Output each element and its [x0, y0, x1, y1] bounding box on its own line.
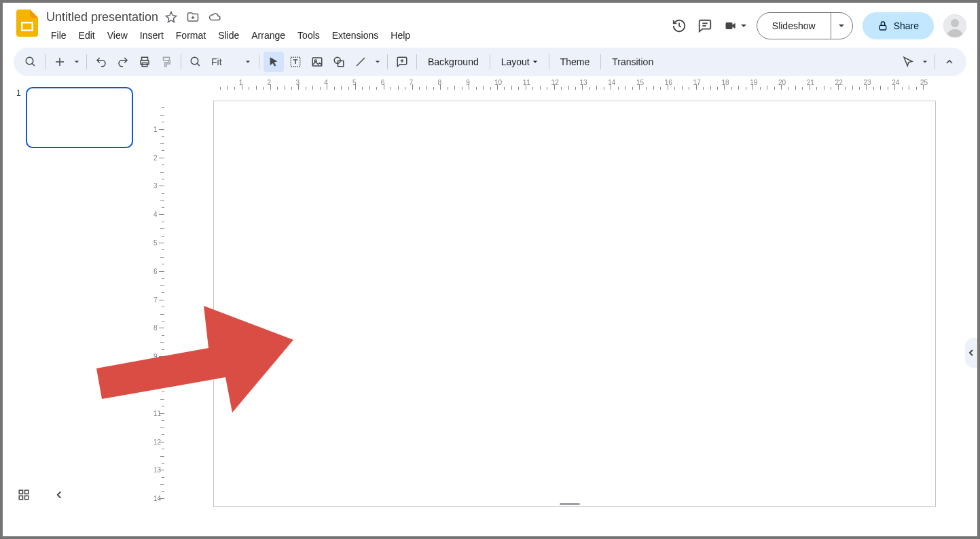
background-button[interactable]: Background: [421, 52, 486, 72]
menu-bar: FileEditViewInsertFormatSlideArrangeTool…: [46, 27, 671, 44]
pointer-mode-icon[interactable]: [898, 52, 918, 72]
vertical-ruler[interactable]: 1234567891011121314: [153, 91, 166, 505]
video-call-button[interactable]: [723, 19, 747, 33]
slideshow-button-group: Slideshow: [757, 12, 853, 39]
slides-logo[interactable]: [14, 8, 41, 35]
line-tool[interactable]: [350, 52, 371, 72]
svg-rect-26: [25, 490, 29, 493]
menu-view[interactable]: View: [103, 27, 132, 44]
shape-tool[interactable]: [329, 52, 349, 72]
undo-button[interactable]: [91, 52, 111, 72]
comment-tool[interactable]: [392, 52, 412, 72]
svg-rect-4: [879, 25, 886, 30]
slide-thumbnail[interactable]: [26, 87, 133, 148]
lock-icon: [877, 20, 888, 31]
slideshow-dropdown[interactable]: [831, 13, 852, 39]
slide-canvas[interactable]: [213, 101, 936, 507]
menu-edit[interactable]: Edit: [74, 27, 100, 44]
svg-line-9: [32, 63, 35, 66]
svg-rect-28: [25, 496, 29, 500]
expand-side-panel-icon[interactable]: [965, 338, 977, 368]
menu-tools[interactable]: Tools: [293, 27, 325, 44]
editor-area: 1234567891011121314151617181920212223242…: [145, 76, 977, 509]
menu-arrange[interactable]: Arrange: [247, 27, 290, 44]
cloud-status-icon[interactable]: [208, 11, 221, 23]
svg-rect-21: [338, 61, 344, 67]
account-avatar[interactable]: [943, 14, 966, 37]
menu-slide[interactable]: Slide: [213, 27, 244, 44]
share-button[interactable]: Share: [863, 12, 934, 39]
theme-button[interactable]: Theme: [553, 52, 597, 72]
layout-button[interactable]: Layout: [494, 52, 545, 72]
menu-insert[interactable]: Insert: [135, 27, 168, 44]
star-icon[interactable]: [165, 11, 177, 23]
redo-button[interactable]: [113, 52, 133, 72]
svg-rect-1: [23, 24, 32, 30]
grid-view-icon[interactable]: [18, 489, 30, 501]
horizontal-ruler[interactable]: 1234567891011121314151617181920212223242…: [166, 79, 973, 91]
zoom-tool-icon[interactable]: [185, 52, 206, 72]
zoom-select[interactable]: Fit: [207, 56, 255, 67]
search-menus-icon[interactable]: [20, 52, 41, 72]
svg-rect-18: [312, 58, 322, 66]
textbox-tool[interactable]: [285, 52, 306, 72]
menu-file[interactable]: File: [46, 27, 71, 44]
select-tool[interactable]: [264, 52, 284, 72]
move-icon[interactable]: [187, 11, 199, 23]
paint-format-button[interactable]: [156, 52, 177, 72]
line-tool-dropdown[interactable]: [372, 52, 383, 72]
menu-help[interactable]: Help: [386, 27, 415, 44]
collapse-toolbar-icon[interactable]: [939, 52, 960, 72]
svg-point-15: [191, 57, 198, 65]
svg-line-22: [357, 58, 365, 66]
history-icon[interactable]: [671, 18, 687, 34]
slide-number: 1: [16, 88, 21, 98]
transition-button[interactable]: Transition: [605, 52, 660, 72]
collapse-filmstrip-icon[interactable]: [53, 489, 65, 501]
print-button[interactable]: [134, 52, 155, 72]
svg-rect-27: [19, 496, 22, 500]
svg-point-8: [26, 57, 33, 65]
image-tool[interactable]: [307, 52, 327, 72]
svg-line-16: [197, 63, 200, 66]
filmstrip[interactable]: 1: [3, 76, 145, 509]
svg-rect-25: [19, 490, 22, 493]
toolbar: Fit Background Layout Theme Transition: [14, 48, 966, 76]
comments-icon[interactable]: [697, 18, 713, 34]
pointer-mode-dropdown[interactable]: [920, 52, 930, 72]
menu-format[interactable]: Format: [171, 27, 211, 44]
slideshow-button[interactable]: Slideshow: [757, 13, 831, 39]
svg-point-6: [951, 19, 959, 27]
new-slide-dropdown[interactable]: [71, 52, 82, 72]
speaker-notes-handle[interactable]: [560, 503, 580, 505]
document-title[interactable]: Untitled presentation: [46, 10, 158, 24]
new-slide-button[interactable]: [50, 52, 70, 72]
menu-extensions[interactable]: Extensions: [327, 27, 383, 44]
